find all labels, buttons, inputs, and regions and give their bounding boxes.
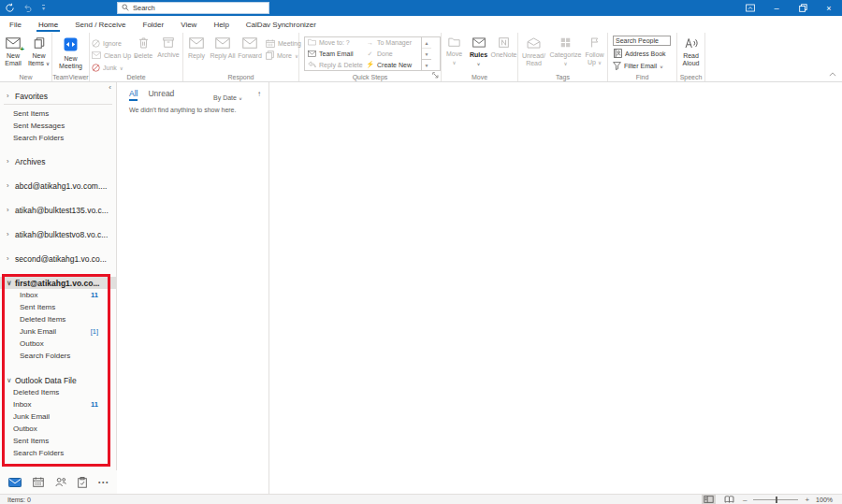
- restore-button[interactable]: [790, 0, 816, 16]
- collapse-folder-pane-icon[interactable]: ‹: [109, 83, 111, 92]
- undo-icon[interactable]: [23, 4, 34, 12]
- tab-view[interactable]: View: [179, 16, 198, 33]
- mail-module-icon[interactable]: [8, 478, 22, 487]
- folder-sent-items[interactable]: Sent Items: [0, 108, 116, 120]
- quickstep-reply-delete[interactable]: Reply & Delete: [305, 59, 363, 70]
- zoom-slider-thumb[interactable]: [776, 497, 777, 503]
- sort-by-date-button[interactable]: By Date ∨: [213, 94, 242, 101]
- sync-icon[interactable]: [5, 3, 15, 13]
- folder-search-folders[interactable]: Search Folders: [0, 350, 116, 362]
- follow-up-button[interactable]: Follow Up ∨: [583, 36, 607, 72]
- new-meeting-button[interactable]: New Meeting: [54, 36, 88, 72]
- dialog-launcher-icon[interactable]: [432, 72, 439, 80]
- account-label: abcd@atikahg1.vo.com....: [15, 181, 107, 191]
- sort-direction-icon[interactable]: ↑: [257, 90, 261, 101]
- account-bulktest135[interactable]: › atikah@bulktest135.vo.c...: [0, 204, 116, 216]
- gallery-scroll-up-button[interactable]: ▲: [422, 37, 431, 48]
- close-button[interactable]: ×: [816, 0, 842, 16]
- gallery-scroll-down-button[interactable]: ▼: [422, 48, 431, 59]
- folder-search-folders[interactable]: Search Folders: [0, 447, 116, 459]
- people-module-icon[interactable]: [55, 477, 66, 487]
- folder-outbox[interactable]: Outbox: [0, 423, 116, 435]
- ignore-button[interactable]: Ignore: [90, 37, 131, 50]
- delete-button[interactable]: Delete: [131, 36, 155, 72]
- categorize-button[interactable]: Categorize ∨: [549, 36, 583, 72]
- normal-view-button[interactable]: [702, 495, 716, 504]
- folder-sent-items[interactable]: Sent Items: [0, 435, 116, 447]
- folder-deleted-items[interactable]: Deleted Items: [0, 313, 116, 325]
- quickstep-team-email[interactable]: Team Email: [305, 49, 363, 60]
- folder-inbox[interactable]: Inbox 11: [0, 289, 116, 301]
- unread-read-button[interactable]: Unread/ Read: [519, 36, 549, 72]
- tab-caldav-synchronizer[interactable]: CalDav Synchronizer: [244, 16, 318, 33]
- tasks-module-icon[interactable]: [78, 477, 87, 488]
- unread-count: 11: [91, 291, 98, 299]
- new-email-button[interactable]: + New Email: [0, 36, 26, 72]
- search-people-input[interactable]: [616, 37, 668, 44]
- quickstep-label: Done: [377, 50, 393, 57]
- tab-all[interactable]: All: [129, 89, 138, 101]
- onenote-button[interactable]: OneNote: [491, 36, 517, 72]
- clean-up-button[interactable]: Clean Up ∨: [90, 50, 131, 62]
- minimize-button[interactable]: –: [763, 0, 790, 16]
- account-first-selected[interactable]: ∨ first@atikahg1.vo.co...: [0, 277, 116, 289]
- tab-send-receive[interactable]: Send / Receive: [73, 16, 127, 33]
- forward-button[interactable]: Forward: [236, 36, 264, 72]
- zoom-slider[interactable]: [753, 499, 798, 500]
- filter-email-button[interactable]: Filter Email ∨: [608, 60, 676, 72]
- folder-inbox[interactable]: Inbox 11: [0, 398, 116, 410]
- account-abcd[interactable]: › abcd@atikahg1.vo.com....: [0, 180, 116, 192]
- tab-unread[interactable]: Unread: [148, 89, 174, 101]
- account-label: second@atikahg1.vo.co...: [15, 254, 107, 264]
- more-button[interactable]: More ∨: [264, 50, 298, 62]
- folder-junk-email[interactable]: Junk Email: [0, 410, 116, 423]
- folder-group-favorites[interactable]: › Favorites: [0, 90, 116, 102]
- reply-all-button[interactable]: Reply All: [210, 36, 236, 72]
- dropdown-arrow-icon: ∨: [452, 60, 456, 65]
- zoom-in-button[interactable]: +: [805, 496, 809, 504]
- calendar-module-icon[interactable]: [33, 477, 44, 487]
- quickstep-to-manager[interactable]: → To Manager: [363, 37, 421, 49]
- junk-button[interactable]: Junk ∨: [90, 62, 131, 74]
- folder-deleted-items[interactable]: Deleted Items: [0, 386, 116, 398]
- search-bar[interactable]: [117, 2, 269, 14]
- quickstep-move-to[interactable]: Move to: ?: [305, 37, 363, 49]
- zoom-level[interactable]: 100%: [816, 497, 833, 503]
- search-input[interactable]: [133, 4, 265, 12]
- move-button[interactable]: Move ∨: [443, 36, 467, 72]
- tab-folder[interactable]: Folder: [141, 16, 167, 33]
- ribbon-display-options-button[interactable]: [737, 0, 763, 16]
- folder-sent-items[interactable]: Sent Items: [0, 301, 116, 313]
- quickstep-done[interactable]: ✓ Done: [363, 49, 421, 60]
- more-modules-icon[interactable]: •••: [98, 479, 109, 485]
- ribbon-spacer: [705, 33, 842, 81]
- account-second[interactable]: › second@atikahg1.vo.co...: [0, 252, 116, 265]
- customize-toolbar-icon[interactable]: ▾: [42, 5, 45, 11]
- folder-sent-messages[interactable]: Sent Messages: [0, 120, 116, 132]
- quickstep-create-new[interactable]: ⚡ Create New: [363, 59, 421, 70]
- rules-button[interactable]: Rules ∨: [467, 36, 491, 72]
- tab-file[interactable]: File: [7, 16, 23, 33]
- folder-label: Junk Email: [13, 412, 50, 421]
- tab-help[interactable]: Help: [211, 16, 230, 33]
- tab-home[interactable]: Home: [36, 16, 60, 33]
- folder-junk-email[interactable]: Junk Email [1]: [0, 325, 116, 338]
- meeting-icon: [266, 39, 275, 49]
- button-label: Rules: [470, 51, 487, 59]
- folder-outbox[interactable]: Outbox: [0, 338, 116, 350]
- account-bulktestvo8[interactable]: › atikah@bulktestvo8.vo.c...: [0, 228, 116, 240]
- gallery-more-button[interactable]: ▼: [422, 59, 431, 70]
- search-people-box[interactable]: [613, 36, 671, 46]
- address-book-button[interactable]: Address Book: [608, 48, 676, 60]
- new-items-button[interactable]: New Items ∨: [26, 36, 51, 72]
- zoom-out-button[interactable]: –: [743, 496, 747, 504]
- read-aloud-button[interactable]: Read Aloud: [678, 36, 704, 72]
- account-outlook-data-file[interactable]: ∨ Outlook Data File: [0, 374, 116, 386]
- folder-group-archives[interactable]: › Archives: [0, 155, 116, 167]
- folder-search-folders[interactable]: Search Folders: [0, 132, 116, 144]
- archive-button[interactable]: Archive: [155, 36, 181, 72]
- meeting-button[interactable]: Meeting: [264, 37, 298, 50]
- collapse-ribbon-icon[interactable]: [829, 70, 836, 79]
- reading-view-button[interactable]: [722, 495, 736, 504]
- reply-button[interactable]: Reply: [183, 36, 210, 72]
